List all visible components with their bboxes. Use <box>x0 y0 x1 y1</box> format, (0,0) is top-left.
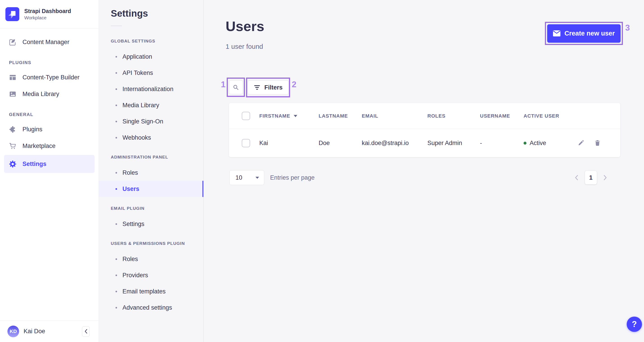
sidebar-item-marketplace[interactable]: Marketplace <box>0 139 99 153</box>
chevron-left-icon <box>84 329 88 334</box>
entries-per-page-label: Entries per page <box>270 174 314 181</box>
subnav-item-single-sign-on[interactable]: Single Sign-On <box>99 113 203 130</box>
subnav-item-media-library[interactable]: Media Library <box>99 97 203 113</box>
subnav-item-internationalization[interactable]: Internationalization <box>99 81 203 97</box>
workspace-name: Workplace <box>24 15 71 21</box>
bullet-icon <box>116 274 117 276</box>
strapi-logo-icon <box>6 7 19 21</box>
bullet-icon <box>116 137 117 139</box>
main-content: Users 1 user found Create new user 3 1 <box>204 0 644 342</box>
subnav-item-email-templates[interactable]: Email templates <box>99 283 203 299</box>
bullet-icon <box>116 72 117 74</box>
column-header-active-user: ACTIVE USER <box>524 113 578 119</box>
subnav-item-advanced-settings[interactable]: Advanced settings <box>99 299 203 316</box>
annotation-box-2: Filters 2 <box>246 78 290 97</box>
bullet-icon <box>116 56 117 58</box>
pencil-icon <box>578 140 584 146</box>
sidebar-item-content-type-builder[interactable]: Content-Type Builder <box>0 70 99 85</box>
table-row[interactable]: Kai Doe kai.doe@strapi.io Super Admin - … <box>229 129 620 157</box>
subnav-item-webhooks[interactable]: Webhooks <box>99 130 203 146</box>
annotation-box-3: Create new user 3 <box>545 22 623 45</box>
sidebar-item-plugins[interactable]: Plugins <box>0 122 99 137</box>
main-sidebar: Strapi Dashboard Workplace Content Manag… <box>0 0 99 342</box>
bullet-icon <box>116 172 117 174</box>
sidebar-item-label: Content Manager <box>22 39 70 46</box>
settings-subnav: Settings GLOBAL SETTINGS Application API… <box>99 0 204 342</box>
annotation-label-3: 3 <box>625 24 630 32</box>
column-header-email: EMAIL <box>362 113 428 119</box>
sidebar-item-label: Content-Type Builder <box>22 74 80 81</box>
sidebar-item-label: Settings <box>22 161 46 168</box>
user-name: Kai Doe <box>24 328 78 335</box>
page-1-button[interactable]: 1 <box>585 171 597 184</box>
collapse-sidebar-button[interactable] <box>82 326 90 336</box>
row-checkbox[interactable] <box>242 139 250 147</box>
sidebar-item-settings[interactable]: Settings <box>4 155 94 173</box>
search-button[interactable] <box>229 80 243 94</box>
brand-header: Strapi Dashboard Workplace <box>0 0 99 29</box>
chevron-left-icon <box>575 175 578 180</box>
filters-button[interactable]: Filters <box>248 81 289 94</box>
subnav-item-application[interactable]: Application <box>99 49 203 65</box>
filter-bars-icon <box>254 85 261 90</box>
bullet-icon <box>116 291 117 292</box>
help-button[interactable]: ? <box>627 316 642 332</box>
page-size-control: 10 Entries per page <box>230 170 314 185</box>
column-header-username: USERNAME <box>480 113 524 119</box>
row-actions <box>578 140 611 146</box>
chevron-right-icon <box>604 175 607 180</box>
cell-active-status: Active <box>524 140 578 147</box>
delete-user-button[interactable] <box>594 140 601 146</box>
sidebar-item-media-library[interactable]: Media Library <box>0 87 99 101</box>
subnav-title: Settings <box>111 8 203 19</box>
cell-firstname: Kai <box>259 140 319 147</box>
app-title: Strapi Dashboard <box>24 8 71 15</box>
table-header-row: FIRSTNAME LASTNAME EMAIL ROLES USERNAME … <box>229 103 620 129</box>
puzzle-icon <box>9 126 16 133</box>
bullet-icon <box>116 188 117 190</box>
active-status-dot-icon <box>524 142 526 145</box>
select-all-checkbox[interactable] <box>242 112 250 120</box>
user-count-text: 1 user found <box>226 43 263 50</box>
subnav-group-administration-panel: ADMINISTRATION PANEL <box>111 155 203 160</box>
next-page-button[interactable] <box>604 175 607 180</box>
page-title: Users <box>226 19 264 33</box>
sidebar-section-general: GENERAL <box>9 112 99 117</box>
caret-down-icon <box>256 177 259 179</box>
cell-email: kai.doe@strapi.io <box>362 140 428 147</box>
annotation-label-2: 2 <box>292 80 296 89</box>
subnav-item-roles-admin[interactable]: Roles <box>99 165 203 181</box>
edit-user-button[interactable] <box>578 140 584 146</box>
sidebar-footer: KD Kai Doe <box>0 320 99 342</box>
annotation-label-1: 1 <box>221 80 226 89</box>
subnav-group-users-permissions-plugin: USERS & PERMISSIONS PLUGIN <box>111 241 203 246</box>
subnav-divider <box>111 26 122 26</box>
create-new-user-button[interactable]: Create new user <box>547 24 621 43</box>
subnav-item-email-settings[interactable]: Settings <box>99 216 203 232</box>
entries-per-page-select[interactable]: 10 <box>230 170 264 185</box>
previous-page-button[interactable] <box>575 175 578 180</box>
subnav-item-api-tokens[interactable]: API Tokens <box>99 65 203 81</box>
picture-icon <box>9 90 16 98</box>
pen-square-icon <box>9 39 16 46</box>
bullet-icon <box>116 88 117 90</box>
column-header-firstname[interactable]: FIRSTNAME <box>259 113 319 119</box>
cell-lastname: Doe <box>319 140 362 147</box>
sidebar-item-label: Plugins <box>22 126 42 133</box>
gear-icon <box>9 160 16 168</box>
bullet-icon <box>116 105 117 106</box>
bullet-icon <box>116 223 117 225</box>
subnav-item-providers[interactable]: Providers <box>99 267 203 283</box>
sidebar-item-label: Media Library <box>22 91 59 98</box>
sidebar-item-content-manager[interactable]: Content Manager <box>0 35 99 49</box>
sort-caret-icon[interactable] <box>294 115 297 117</box>
trash-icon <box>594 140 601 146</box>
subnav-group-global-settings: GLOBAL SETTINGS <box>111 39 203 44</box>
subnav-item-users[interactable]: Users <box>99 181 203 197</box>
subnav-item-roles-up[interactable]: Roles <box>99 251 203 267</box>
sidebar-nav: Content Manager PLUGINS Content-Type Bui… <box>0 35 99 173</box>
bullet-icon <box>116 307 117 308</box>
avatar[interactable]: KD <box>8 325 19 337</box>
column-header-lastname: LASTNAME <box>319 113 362 119</box>
cell-username: - <box>480 140 524 147</box>
